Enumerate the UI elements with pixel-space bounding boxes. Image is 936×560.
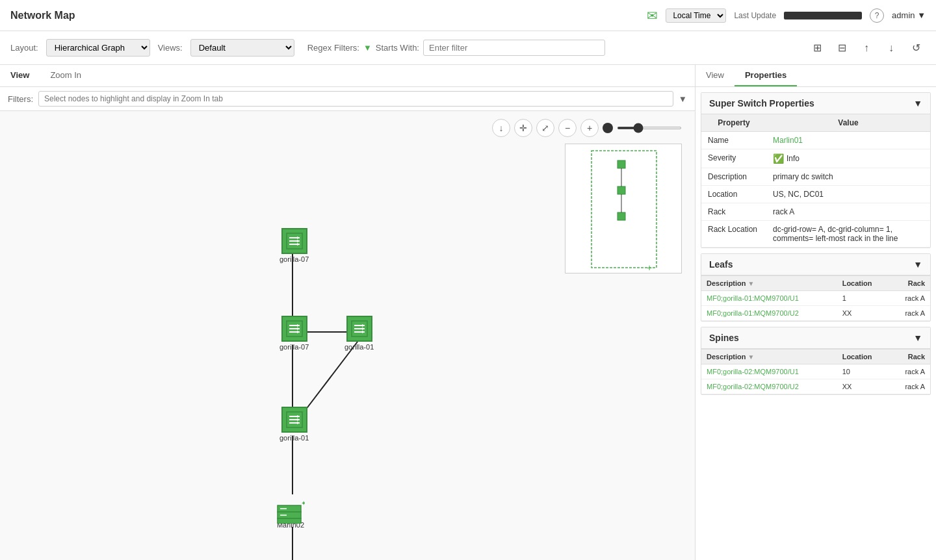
- mini-map: +: [565, 144, 682, 274]
- leafs-collapse-icon: ▼: [913, 259, 922, 270]
- canvas-tabs: View Zoom In: [0, 65, 695, 87]
- zoom-controls: ↓ ✛ ⤢ − +: [492, 119, 682, 137]
- leaf-rack: rack A: [890, 306, 930, 321]
- move-btn[interactable]: ✛: [514, 119, 532, 137]
- prop-row-description: Description primary dc switch: [701, 168, 930, 186]
- prop-row-location: Location US, NC, DC01: [701, 186, 930, 203]
- prop-rack-location-label: Rack Location: [701, 221, 766, 248]
- fit-zoom-btn[interactable]: ⤢: [536, 119, 554, 137]
- regex-filter-input[interactable]: [423, 40, 605, 56]
- export-up-icon[interactable]: ↑: [857, 38, 876, 58]
- svg-text:✦: ✦: [301, 500, 305, 507]
- prop-description-label: Description: [701, 168, 766, 186]
- spines-row[interactable]: MF0;gorilla-02:MQM9700/U2 XX rack A: [701, 379, 930, 394]
- spines-header[interactable]: Spines ▼: [701, 327, 930, 349]
- zoom-out-btn[interactable]: −: [558, 119, 577, 137]
- tab-zoom-in[interactable]: Zoom In: [40, 65, 92, 86]
- prop-description-value: primary dc switch: [766, 168, 930, 186]
- spines-col-description[interactable]: Description ▼: [701, 350, 837, 364]
- filters-input[interactable]: [38, 91, 673, 107]
- last-update-label: Last Update: [734, 11, 776, 20]
- prop-name-label: Name: [701, 132, 766, 149]
- filters-bar: Filters: ▼: [0, 87, 695, 111]
- spine-location: XX: [837, 379, 890, 394]
- properties-table: Property Value Name Marlin01 Severity: [701, 114, 930, 248]
- prop-rack-value: rack A: [766, 203, 930, 221]
- leaf-location: XX: [837, 306, 890, 321]
- leafs-row[interactable]: MF0;gorilla-01:MQM9700/U1 1 rack A: [701, 291, 930, 306]
- node-label: gorilla-07: [280, 255, 309, 263]
- layout-dropdown[interactable]: Hierarchical Graph Force-Directed: [46, 39, 150, 57]
- help-icon[interactable]: ?: [870, 8, 884, 23]
- refresh-icon[interactable]: ↺: [906, 38, 926, 58]
- node-gorilla-01-lower[interactable]: gorilla-01: [280, 407, 309, 442]
- right-panel: View Properties Super Switch Properties …: [696, 65, 936, 560]
- email-icon[interactable]: ✉: [647, 8, 658, 23]
- node-icon: [281, 407, 307, 433]
- views-dropdown[interactable]: Default Custom: [190, 39, 294, 57]
- leafs-section: Leafs ▼ Description ▼ Location Rack: [701, 253, 931, 322]
- right-content: Super Switch Properties ▼ Property Value…: [696, 87, 936, 560]
- prop-row-severity: Severity ✅ Info: [701, 149, 930, 168]
- admin-label[interactable]: admin ▼: [892, 10, 926, 20]
- svg-rect-43: [278, 518, 301, 524]
- node-icon: [281, 228, 307, 254]
- export-down-icon[interactable]: ↓: [881, 38, 901, 58]
- filters-label: Filters:: [8, 94, 33, 104]
- node-gorilla-01-right[interactable]: gorilla-01: [344, 316, 374, 351]
- regex-label: Regex Filters:: [307, 43, 359, 53]
- spines-col-location: Location: [837, 350, 890, 364]
- super-switch-section: Super Switch Properties ▼ Property Value…: [701, 92, 931, 248]
- svg-line-9: [306, 342, 358, 410]
- leafs-col-location: Location: [837, 276, 890, 291]
- node-icon: [281, 316, 307, 342]
- filters-dropdown-btn[interactable]: ▼: [679, 94, 687, 104]
- node-gorilla-07-top[interactable]: gorilla-07: [280, 228, 309, 263]
- sort-arrow-spines: ▼: [748, 353, 755, 361]
- zoom-dot: [603, 123, 613, 133]
- severity-badge: ✅ Info: [773, 153, 924, 164]
- spine-description[interactable]: MF0;gorilla-02:MQM9700/U1: [701, 364, 837, 379]
- prop-row-name: Name Marlin01: [701, 132, 930, 149]
- leaf-description[interactable]: MF0;gorilla-01:MQM9700/U1: [701, 291, 837, 306]
- views-label: Views:: [158, 43, 183, 53]
- svg-rect-2: [618, 186, 625, 194]
- super-switch-header[interactable]: Super Switch Properties ▼: [701, 93, 930, 114]
- svg-rect-3: [618, 212, 625, 220]
- leafs-row[interactable]: MF0;gorilla-01:MQM9700/U2 XX rack A: [701, 306, 930, 321]
- svg-text:+: +: [647, 262, 652, 273]
- spine-rack: rack A: [890, 379, 930, 394]
- sort-arrow-leafs: ▼: [748, 280, 755, 287]
- node-label: gorilla-07: [280, 343, 309, 351]
- toolbar: Layout: Hierarchical Graph Force-Directe…: [0, 31, 936, 65]
- prop-col-property: Property: [701, 114, 766, 132]
- right-tab-view[interactable]: View: [696, 65, 734, 86]
- prop-severity-label: Severity: [701, 149, 766, 168]
- leafs-header[interactable]: Leafs ▼: [701, 254, 930, 275]
- spines-row[interactable]: MF0;gorilla-02:MQM9700/U1 10 rack A: [701, 364, 930, 379]
- fit-icon[interactable]: ⊞: [807, 38, 827, 58]
- time-selector: Local Time UTC: [666, 8, 726, 23]
- prop-name-value[interactable]: Marlin01: [773, 136, 803, 145]
- mini-map-svg: +: [566, 144, 682, 274]
- time-dropdown[interactable]: Local Time UTC: [666, 8, 726, 23]
- center-icon[interactable]: ⊟: [832, 38, 852, 58]
- canvas[interactable]: ↓ ✛ ⤢ − +: [0, 111, 695, 560]
- right-tab-properties[interactable]: Properties: [734, 65, 797, 86]
- leaf-description[interactable]: MF0;gorilla-01:MQM9700/U2: [701, 306, 837, 321]
- zoom-in-btn[interactable]: +: [580, 119, 599, 137]
- spine-description[interactable]: MF0;gorilla-02:MQM9700/U2: [701, 379, 837, 394]
- severity-value: Info: [786, 154, 800, 163]
- prop-rack-location-value: dc-grid-row= A, dc-grid-column= 1, comme…: [766, 221, 930, 248]
- leafs-col-description[interactable]: Description ▼: [701, 276, 837, 291]
- app-title: Network Map: [10, 10, 75, 21]
- leafs-col-rack: Rack: [890, 276, 930, 291]
- super-switch-collapse-icon: ▼: [913, 98, 922, 108]
- canvas-area: View Zoom In Filters: ▼ ↓ ✛ ⤢ − +: [0, 65, 696, 560]
- node-gorilla-07-mid[interactable]: gorilla-07: [280, 316, 309, 351]
- download-zoom-btn[interactable]: ↓: [492, 119, 510, 137]
- zoom-slider[interactable]: [617, 127, 682, 129]
- right-tabs: View Properties: [696, 65, 936, 87]
- node-marlin02[interactable]: ✦ Marlin02: [276, 491, 305, 529]
- tab-view[interactable]: View: [0, 65, 40, 86]
